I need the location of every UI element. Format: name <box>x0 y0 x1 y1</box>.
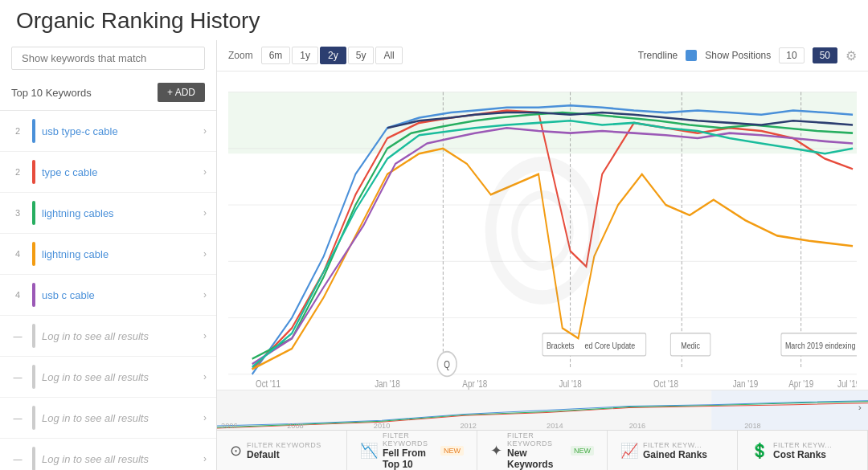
zoom-6m[interactable]: 6m <box>261 47 291 64</box>
pos-50-button[interactable]: 50 <box>813 47 837 63</box>
filter-label-4: FILTER KEYW... <box>773 441 832 449</box>
zoom-5y[interactable]: 5y <box>348 47 375 64</box>
svg-text:2010: 2010 <box>374 422 391 430</box>
keyword-item[interactable]: —Log in to see all results› <box>0 398 216 439</box>
add-keyword-button[interactable]: + ADD <box>158 83 205 102</box>
svg-text:Jul '18: Jul '18 <box>559 378 582 389</box>
keyword-text: Log in to see all results <box>42 412 203 424</box>
keyword-search-input[interactable] <box>11 47 205 70</box>
mini-chart-row: 2006 2008 2010 2012 2014 2016 2018 › <box>217 390 868 430</box>
keyword-text: lightning cables <box>42 207 203 219</box>
filter-bar: ⊙FILTER KEYWORDSDefault📉FILTER KEYWORDSF… <box>217 430 868 470</box>
chart-wrapper: 0 10 20 30 40 50 Oct '11 Jan '18 Apr '18… <box>228 72 857 390</box>
filter-text-0: FILTER KEYWORDSDefault <box>247 441 321 460</box>
zoom-2y[interactable]: 2y <box>320 47 346 64</box>
page-title: Organic Ranking History <box>0 0 868 40</box>
svg-text:Oct '18: Oct '18 <box>653 378 678 389</box>
rank-indicator <box>32 242 35 266</box>
filter-text-1: FILTER KEYWORDSFell From Top 10 <box>383 431 436 470</box>
filter-value-1: Fell From Top 10 <box>383 448 436 470</box>
keyword-item[interactable]: —Log in to see all results› <box>0 316 216 357</box>
svg-rect-38 <box>711 390 868 430</box>
rank-indicator <box>32 447 35 470</box>
svg-text:Apr '19: Apr '19 <box>788 378 813 389</box>
filter-value-3: Gained Ranks <box>643 449 707 460</box>
chart-area: Zoom 6m 1y 2y 5y All Trendline Show Posi… <box>217 40 868 470</box>
rank-badge: 2 <box>10 167 26 177</box>
trendline-checkbox[interactable] <box>686 50 697 61</box>
svg-point-35 <box>479 149 606 312</box>
show-positions-label: Show Positions <box>705 50 771 61</box>
filter-item-4[interactable]: 💲FILTER KEYW...Cost Ranks <box>738 431 868 470</box>
pos-10-button[interactable]: 10 <box>779 47 804 63</box>
svg-text:2018: 2018 <box>744 422 761 430</box>
chevron-right-icon: › <box>203 412 207 423</box>
chart-toolbar-left: Zoom 6m 1y 2y 5y All <box>228 47 403 64</box>
rank-badge: — <box>10 331 26 341</box>
chart-toolbar-right: Trendline Show Positions 10 50 ⚙ <box>638 47 857 63</box>
keyword-text: usb type-c cable <box>42 125 203 137</box>
filter-item-2[interactable]: ✦FILTER KEYWORDSNew KeywordsNEW <box>477 431 608 470</box>
svg-text:2016: 2016 <box>629 422 646 430</box>
chevron-right-icon: › <box>203 289 207 300</box>
keyword-item[interactable]: 4usb c cable› <box>0 275 216 316</box>
main-chart-svg: 0 10 20 30 40 50 Oct '11 Jan '18 Apr '18… <box>228 72 857 390</box>
svg-text:Oct '11: Oct '11 <box>256 378 280 389</box>
svg-text:Apr '18: Apr '18 <box>462 378 487 389</box>
keyword-item[interactable]: 2type c cable› <box>0 152 216 193</box>
keyword-text: lightning cable <box>42 248 203 260</box>
svg-text:Jul '19: Jul '19 <box>837 378 857 389</box>
mini-chart-svg: 2006 2008 2010 2012 2014 2016 2018 › <box>217 390 868 430</box>
rank-indicator <box>32 201 35 225</box>
chevron-right-icon: › <box>203 330 207 341</box>
rank-indicator <box>32 406 35 430</box>
keyword-item[interactable]: —Log in to see all results› <box>0 439 216 470</box>
filter-badge-1: NEW <box>440 446 464 456</box>
filter-item-3[interactable]: 📈FILTER KEYW...Gained Ranks <box>608 431 738 470</box>
rank-badge: — <box>10 454 26 464</box>
svg-text:Jan '19: Jan '19 <box>733 378 759 389</box>
rank-badge: 3 <box>10 208 26 218</box>
filter-value-4: Cost Ranks <box>773 449 832 460</box>
filter-value-2: New Keywords <box>507 448 566 470</box>
keyword-item[interactable]: 2usb type-c cable› <box>0 111 216 152</box>
filter-label-2: FILTER KEYWORDS <box>507 431 566 448</box>
filter-label-1: FILTER KEYWORDS <box>383 431 436 448</box>
chevron-right-icon: › <box>203 453 207 464</box>
keyword-text: Log in to see all results <box>42 453 203 465</box>
settings-icon[interactable]: ⚙ <box>845 48 857 63</box>
keyword-text: type c cable <box>42 166 203 178</box>
chevron-right-icon: › <box>203 125 207 137</box>
chevron-right-icon: › <box>203 207 207 219</box>
filter-text-4: FILTER KEYW...Cost Ranks <box>773 441 832 460</box>
filter-icon-4: 💲 <box>751 442 768 460</box>
svg-text:2006: 2006 <box>221 422 238 430</box>
svg-text:eindexing Bug: eindexing Bug <box>825 341 857 350</box>
zoom-1y[interactable]: 1y <box>292 47 318 64</box>
svg-text:Brackets: Brackets <box>547 341 575 350</box>
svg-text:2012: 2012 <box>460 422 477 430</box>
filter-item-0[interactable]: ⊙FILTER KEYWORDSDefault <box>217 431 347 470</box>
rank-badge: 4 <box>10 290 26 300</box>
svg-text:ed Core Update: ed Core Update <box>584 341 635 350</box>
keyword-item[interactable]: 4lightning cable› <box>0 234 216 275</box>
filter-text-2: FILTER KEYWORDSNew Keywords <box>507 431 566 470</box>
keyword-item[interactable]: —Log in to see all results› <box>0 357 216 398</box>
sidebar-header: Top 10 Keywords + ADD <box>0 75 216 111</box>
filter-item-1[interactable]: 📉FILTER KEYWORDSFell From Top 10NEW <box>347 431 477 470</box>
filter-text-3: FILTER KEYW...Gained Ranks <box>643 441 707 460</box>
rank-badge: 4 <box>10 249 26 259</box>
filter-badge-2: NEW <box>571 446 594 456</box>
keyword-list: 2usb type-c cable›2type c cable›3lightni… <box>0 111 216 470</box>
chevron-right-icon: › <box>203 371 207 382</box>
zoom-all[interactable]: All <box>375 47 402 64</box>
rank-indicator <box>32 365 35 389</box>
filter-icon-1: 📉 <box>360 442 378 460</box>
keyword-text: Log in to see all results <box>42 330 203 342</box>
rank-badge: 2 <box>10 126 26 136</box>
keyword-item[interactable]: 3lightning cables› <box>0 193 216 234</box>
filter-label-0: FILTER KEYWORDS <box>247 441 321 449</box>
rank-badge: — <box>10 372 26 382</box>
filter-icon-2: ✦ <box>490 442 502 460</box>
filter-label-3: FILTER KEYW... <box>643 441 707 449</box>
